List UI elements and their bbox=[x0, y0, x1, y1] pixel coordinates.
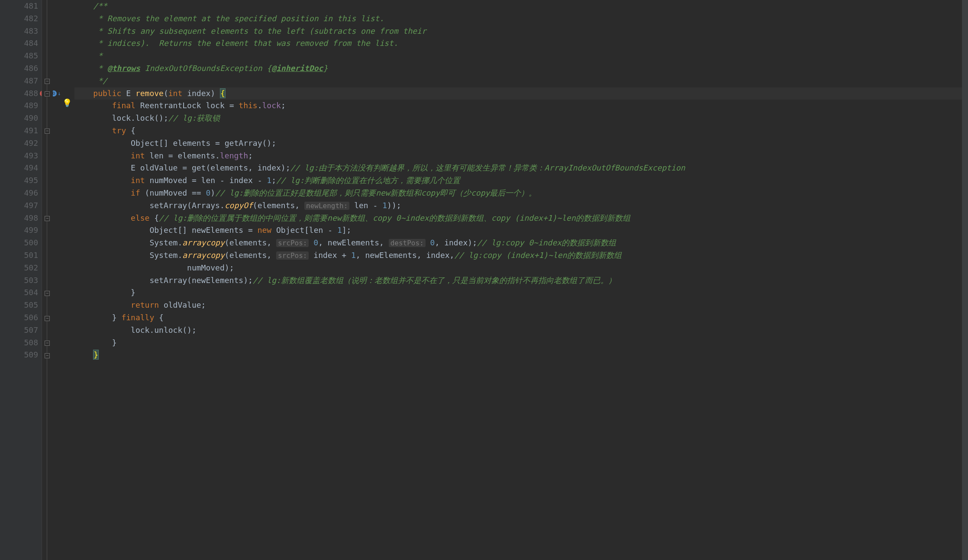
code-line[interactable]: System.arraycopy(elements, srcPos: 0, ne… bbox=[74, 237, 962, 249]
code-line[interactable]: } bbox=[74, 349, 962, 361]
line-number[interactable]: 506 bbox=[0, 312, 38, 324]
code-line[interactable]: final ReentrantLock lock = this.lock; bbox=[74, 100, 962, 112]
fold-marker-icon[interactable]: − bbox=[45, 341, 50, 346]
param-hint-destpos: destPos: bbox=[389, 239, 426, 247]
code-line[interactable]: lock.lock();// lg:获取锁 bbox=[74, 112, 962, 125]
line-number[interactable]: 495 bbox=[0, 174, 38, 187]
arrow-down-icon: ↓ bbox=[58, 87, 61, 100]
method-arraycopy: arraycopy bbox=[182, 251, 225, 260]
line-comment: // lg:删除的位置正好是数组尾部，则只需要new新数组和copy即可（少co… bbox=[215, 188, 536, 197]
fold-marker-icon[interactable]: − bbox=[45, 79, 50, 84]
line-number[interactable]: 483 bbox=[0, 25, 38, 38]
code-line[interactable]: setArray(newElements);// lg:新数组覆盖老数组（说明：… bbox=[74, 274, 962, 287]
line-number[interactable]: 490 bbox=[0, 112, 38, 125]
line-number[interactable]: 487 bbox=[0, 75, 38, 87]
line-comment: // lg:由于本方法没有判断越界，所以，这里有可能发生异常！异常类：Array… bbox=[290, 163, 685, 172]
param-hint-srcpos: srcPos: bbox=[276, 239, 309, 247]
javadoc-end: */ bbox=[93, 76, 107, 85]
line-number[interactable]: 508 bbox=[0, 337, 38, 349]
code-line[interactable]: lock.unlock(); bbox=[74, 324, 962, 337]
code-line[interactable]: else {// lg:删除的位置属于数组的中间位置，则需要new新数组、cop… bbox=[74, 212, 962, 225]
code-area[interactable]: /** * Removes the element at the specifi… bbox=[53, 0, 962, 560]
line-number[interactable]: 505 bbox=[0, 299, 38, 312]
fold-marker-icon[interactable]: − bbox=[45, 91, 50, 97]
line-number[interactable]: 482 bbox=[0, 13, 38, 25]
line-number[interactable]: 507 bbox=[0, 324, 38, 337]
editor-container: 481 482 483 484 485 486 487 488 O ↑ O ↓ … bbox=[0, 0, 968, 560]
method-copyof: copyOf bbox=[225, 201, 253, 210]
fold-marker-icon[interactable]: − bbox=[45, 353, 50, 358]
line-number[interactable]: 493 bbox=[0, 150, 38, 162]
line-number[interactable]: 498 bbox=[0, 212, 38, 225]
javadoc-inherit-tag: @inheritDoc bbox=[271, 64, 323, 73]
brace-match: { bbox=[220, 88, 226, 98]
code-line[interactable]: * Removes the element at the specified p… bbox=[74, 13, 962, 25]
code-line[interactable]: /** bbox=[74, 0, 962, 13]
method-remove: remove bbox=[136, 89, 164, 98]
code-line[interactable]: Object[] newElements = new Object[len - … bbox=[74, 224, 962, 237]
line-number[interactable]: 488 O ↑ O ↓ bbox=[0, 87, 38, 100]
fold-marker-icon[interactable]: − bbox=[45, 216, 50, 221]
line-comment: // lg:新数组覆盖老数组（说明：老数组并不是不在了，只是当前对象的指针不再指… bbox=[253, 276, 616, 285]
code-line[interactable]: } bbox=[74, 337, 962, 349]
code-line[interactable]: E oldValue = get(elements, index);// lg:… bbox=[74, 162, 962, 174]
line-number[interactable]: 489 bbox=[0, 100, 38, 112]
code-line[interactable]: if (numMoved == 0)// lg:删除的位置正好是数组尾部，则只需… bbox=[74, 187, 962, 200]
param-hint-newlength: newLength: bbox=[304, 202, 349, 210]
fold-marker-icon[interactable]: − bbox=[45, 291, 50, 296]
gutter: 481 482 483 484 485 486 487 488 O ↑ O ↓ … bbox=[0, 0, 42, 560]
code-line[interactable]: } finally { bbox=[74, 312, 962, 324]
line-number[interactable]: 494 bbox=[0, 162, 38, 174]
keyword-public: public bbox=[93, 89, 121, 98]
code-line[interactable]: return oldValue; bbox=[74, 299, 962, 312]
line-number[interactable]: 484 bbox=[0, 37, 38, 50]
javadoc-throws-tag: @throws bbox=[107, 64, 140, 73]
javadoc-text: * bbox=[93, 51, 103, 60]
code-line-current[interactable]: 💡 public E remove(int index) { bbox=[74, 87, 962, 100]
javadoc-text: * indices). Returns the element that was… bbox=[93, 39, 398, 48]
fold-marker-icon[interactable]: − bbox=[45, 316, 50, 321]
code-line[interactable]: int len = elements.length; bbox=[74, 150, 962, 162]
line-number[interactable]: 502 bbox=[0, 262, 38, 274]
code-line[interactable]: int numMoved = len - index - 1;// lg:判断删… bbox=[74, 174, 962, 187]
line-number[interactable]: 504 bbox=[0, 286, 38, 299]
field-lock: lock bbox=[262, 101, 281, 110]
line-number[interactable]: 500 bbox=[0, 237, 38, 249]
line-number[interactable]: 486 bbox=[0, 62, 38, 75]
line-comment: // lg:删除的位置属于数组的中间位置，则需要new新数组、copy 0~in… bbox=[159, 213, 630, 222]
line-comment: // lg:获取锁 bbox=[168, 113, 220, 122]
param-hint-srcpos: srcPos: bbox=[276, 251, 309, 260]
code-line[interactable]: Object[] elements = getArray(); bbox=[74, 137, 962, 150]
line-number[interactable]: 492 bbox=[0, 137, 38, 150]
code-line[interactable]: * @throws IndexOutOfBoundsException {@in… bbox=[74, 62, 962, 75]
line-number[interactable]: 485 bbox=[0, 50, 38, 62]
code-line[interactable]: setArray(Arrays.copyOf(elements, newLeng… bbox=[74, 200, 962, 212]
line-comment: // lg:判断删除的位置在什么地方，需要挪几个位置 bbox=[276, 176, 460, 185]
code-line[interactable]: * Shifts any subsequent elements to the … bbox=[74, 25, 962, 38]
fold-column: − − − − − − − − bbox=[42, 0, 53, 560]
field-length: length bbox=[220, 151, 248, 160]
line-number[interactable]: 497 bbox=[0, 200, 38, 212]
line-number[interactable]: 481 bbox=[0, 0, 38, 13]
line-number[interactable]: 501 bbox=[0, 249, 38, 262]
line-number[interactable]: 496 bbox=[0, 187, 38, 200]
code-line[interactable]: * indices). Returns the element that was… bbox=[74, 37, 962, 50]
javadoc-text: * Shifts any subsequent elements to the … bbox=[93, 26, 426, 35]
code-line[interactable]: try { bbox=[74, 125, 962, 137]
javadoc-start: /** bbox=[93, 1, 107, 10]
scrollbar-vertical[interactable] bbox=[962, 0, 968, 560]
line-number[interactable]: 491 bbox=[0, 125, 38, 137]
code-line[interactable]: } bbox=[74, 286, 962, 299]
code-line[interactable]: */ bbox=[74, 75, 962, 87]
brace-match-close: } bbox=[93, 350, 99, 360]
method-arraycopy: arraycopy bbox=[182, 238, 225, 247]
line-number[interactable]: 499 bbox=[0, 224, 38, 237]
fold-marker-icon[interactable]: − bbox=[45, 129, 50, 134]
code-line[interactable]: System.arraycopy(elements, srcPos: index… bbox=[74, 249, 962, 262]
line-number[interactable]: 509 bbox=[0, 349, 38, 361]
line-comment: // lg:copy (index+1)~len的数据到新数组 bbox=[454, 251, 621, 260]
code-line[interactable]: numMoved); bbox=[74, 262, 962, 274]
line-number[interactable]: 503 bbox=[0, 274, 38, 287]
code-line[interactable]: * bbox=[74, 50, 962, 62]
line-comment: // lg:copy 0~index的数据到新数组 bbox=[477, 238, 616, 247]
